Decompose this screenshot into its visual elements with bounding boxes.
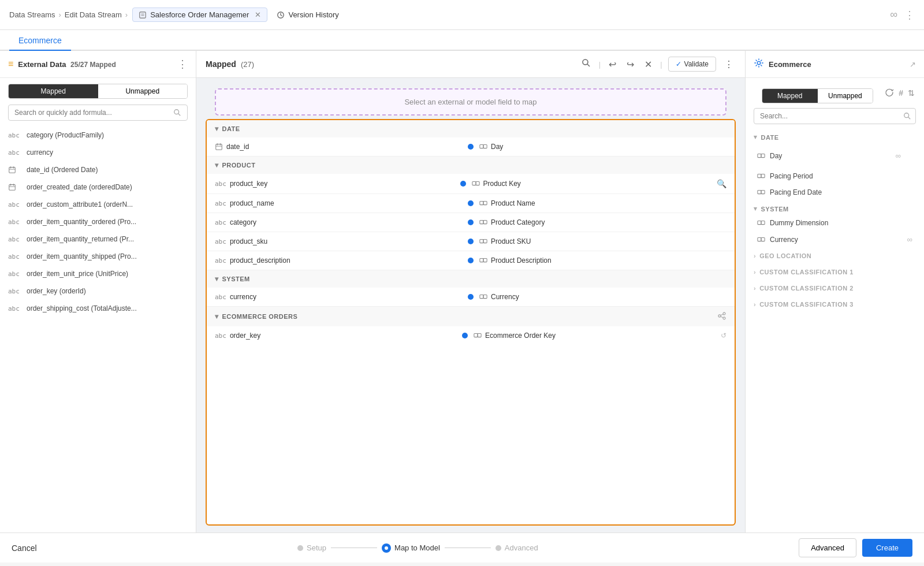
field-type-icon: abc [8,288,22,295]
tab-ecommerce[interactable]: Ecommerce [9,30,71,51]
right-dim-icon [757,219,765,227]
mapping-dot [468,239,474,244]
mapping-row-product_sku[interactable]: abc product_sku Product SKU [207,232,735,251]
right-unmapped-toggle[interactable]: Unmapped [818,89,873,103]
right-field-day[interactable]: Day ∞ [746,143,924,168]
center-more-icon[interactable]: ⋮ [722,58,736,71]
breadcrumb: Data Streams › Edit Data Stream › [9,10,128,19]
right-system-label: SYSTEM [761,206,789,213]
right-field-name: Day [491,143,503,151]
mapping-row-category[interactable]: abc category Product Category [207,213,735,232]
map-right: Product Key [472,180,711,188]
right-section-custom-class-2[interactable]: › CUSTOM CLASSIFICATION 2 [746,280,924,296]
drop-zone-wrapper: Select an external or model field to map [196,78,745,116]
ecommerce-orders-chevron-icon: ▾ [215,312,219,321]
section-header-product[interactable]: ▾ PRODUCT [207,157,735,174]
advanced-button[interactable]: Advanced [799,538,856,557]
abc-icon: abc [215,293,226,301]
list-item[interactable]: abc order_item_quantity_shipped (Pro... [0,248,196,265]
sync-icon[interactable] [884,87,895,100]
right-field-currency[interactable]: Currency ∞ [746,231,924,248]
section-header-date[interactable]: ▾ DATE [207,120,735,137]
list-item[interactable]: abc order_key (orderId) [0,282,196,300]
field-name: order_custom_attribute1 (orderN... [27,200,133,208]
svg-rect-24 [480,202,483,205]
search-button[interactable] [579,57,593,71]
right-section-header-date[interactable]: ▾ DATE [746,129,924,143]
more-options-icon[interactable]: ⋮ [904,9,915,21]
left-search-input[interactable] [14,109,173,117]
field-name: order_shipping_cost (TotalAdjuste... [27,304,137,312]
sort-icon[interactable]: ⇅ [907,87,916,99]
validate-button[interactable]: ✓ Validate [668,57,716,72]
breadcrumb-data-streams[interactable]: Data Streams [9,10,55,19]
share-icon[interactable] [717,311,726,322]
right-section-custom-class-1[interactable]: › CUSTOM CLASSIFICATION 1 [746,264,924,280]
list-item[interactable]: abc order_item_quantity_ordered (Pro... [0,213,196,230]
right-section-geo-location[interactable]: › GEO LOCATION [746,248,924,264]
version-history-button[interactable]: Version History [272,8,343,21]
right-field-pacing-period[interactable]: Pacing Period [746,168,924,184]
svg-rect-20 [480,145,483,148]
mapping-row-currency[interactable]: abc currency Currency [207,288,735,307]
left-panel-more-icon[interactable]: ⋮ [177,58,188,70]
list-item[interactable]: abc order_item_unit_price (UnitPrice) [0,265,196,282]
mapping-row-product_description[interactable]: abc product_description Product Descript… [207,251,735,270]
section-header-ecommerce-orders[interactable]: ▾ ECOMMERCE ORDERS [207,307,735,326]
right-field-pacing-end-date[interactable]: Pacing End Date [746,184,924,200]
right-field-name: Ecommerce Order Key [485,332,556,340]
link-out-icon[interactable]: ↗ [910,60,916,69]
list-item[interactable]: abc order_item_quantity_returned (Pr... [0,230,196,248]
field-type-icon: abc [8,305,22,312]
create-button[interactable]: Create [862,539,912,557]
left-unmapped-toggle[interactable]: Unmapped [98,84,188,98]
mapping-row-order_key[interactable]: abc order_key Ecommerce Order Key ↺ [207,326,735,345]
field-name: order_item_quantity_returned (Pr... [27,235,134,243]
system-section-label: SYSTEM [222,275,250,282]
redo-button[interactable]: ↪ [624,58,636,71]
mapping-drop-zone[interactable]: Select an external or model field to map [215,88,726,116]
field-name: currency [27,148,53,157]
clear-button[interactable]: ✕ [642,58,654,71]
list-item[interactable]: date_id (Ordered Date) [0,161,196,178]
svg-rect-22 [472,182,475,185]
right-section-custom-class-3[interactable]: › CUSTOM CLASSIFICATION 3 [746,296,924,312]
cancel-button[interactable]: Cancel [12,543,37,553]
right-section-header-system[interactable]: ▾ SYSTEM [746,200,924,215]
link-chain-icon[interactable]: ∞ [890,9,897,21]
right-panel: Ecommerce ↗ Mapped Unmapped # ⇅ [745,51,924,533]
breadcrumb-edit-data-stream[interactable]: Edit Data Stream [65,10,122,19]
list-item[interactable]: abc category (ProductFamily) [0,126,196,144]
right-date-chevron: ▾ [754,133,758,141]
map-left: abc product_description [215,256,462,265]
field-type-icon: abc [8,218,22,226]
undo-button[interactable]: ↩ [606,58,619,71]
field-name: date_id (Ordered Date) [27,166,98,174]
right-mapped-toggle[interactable]: Mapped [762,89,818,103]
right-field-dummy-dimension[interactable]: Dummy Dimension [746,215,924,231]
svg-rect-33 [483,295,487,299]
left-mapped-toggle[interactable]: Mapped [9,84,98,98]
right-search-input[interactable] [754,108,916,124]
svg-line-43 [908,117,911,120]
custom-class-1-label: CUSTOM CLASSIFICATION 1 [759,269,854,275]
section-header-system[interactable]: ▾ SYSTEM [207,270,735,288]
active-tab-pill[interactable]: Salesforce Order Managemer ✕ [132,8,267,22]
svg-rect-45 [761,154,765,157]
left-search-row [0,105,196,126]
map-right: Product Name [479,199,726,207]
step-advanced-dot [495,545,501,551]
dim-icon [479,218,487,226]
list-item[interactable]: abc order_custom_attribute1 (orderN... [0,196,196,213]
mapping-row-product_name[interactable]: abc product_name Product Name [207,194,735,213]
hash-icon[interactable]: # [897,87,904,99]
mapping-row-product_key[interactable]: abc product_key Product Key 🔍 [207,174,735,194]
tab-close-icon[interactable]: ✕ [255,10,261,19]
list-item[interactable]: order_created_date (orderedDate) [0,178,196,196]
abc-icon: abc [215,238,226,245]
list-item[interactable]: abc order_shipping_cost (TotalAdjuste... [0,300,196,317]
mapping-row-date_id[interactable]: date_id Day [207,137,735,157]
svg-line-5 [178,114,181,116]
list-item[interactable]: abc currency [0,144,196,161]
right-field-name: Currency [491,293,519,301]
